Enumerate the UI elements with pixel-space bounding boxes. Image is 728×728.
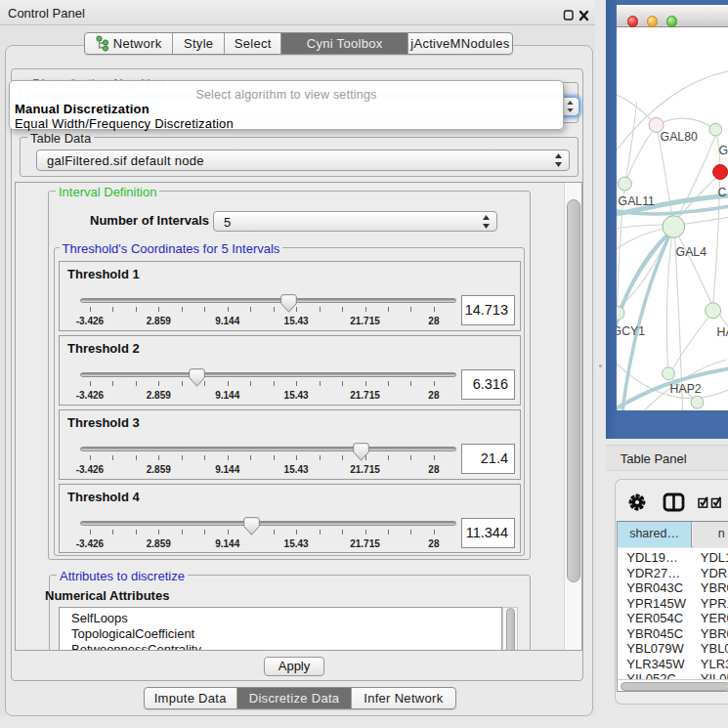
svg-text:C: C	[718, 186, 727, 199]
svg-text:GA: GA	[719, 144, 728, 157]
svg-text:GCY1: GCY1	[617, 324, 645, 338]
svg-text:GAL11: GAL11	[619, 194, 655, 208]
svg-text:GAL4: GAL4	[676, 245, 707, 259]
svg-text:HA: HA	[717, 325, 728, 339]
svg-text:GAL80: GAL80	[661, 130, 698, 144]
svg-text:HAP2: HAP2	[670, 382, 702, 396]
